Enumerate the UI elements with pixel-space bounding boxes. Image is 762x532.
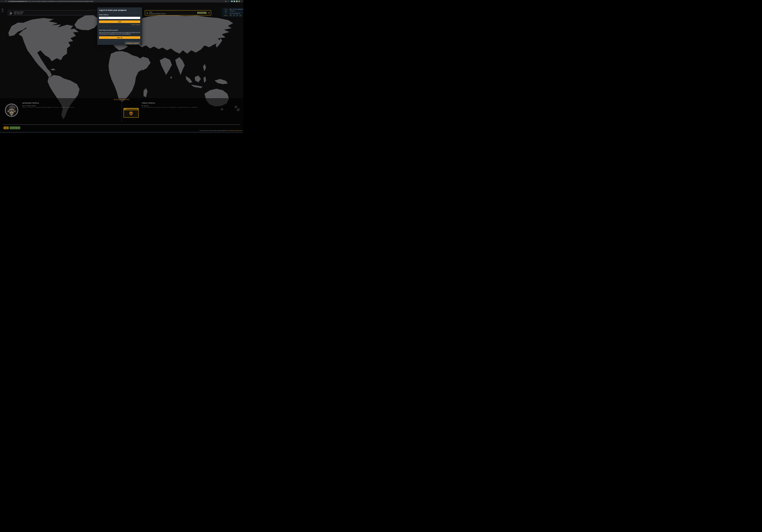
modal-title: Log in to track your progress [97, 8, 142, 13]
chevron-down-icon[interactable] [208, 12, 210, 13]
email-field[interactable] [99, 17, 140, 19]
adversary-alias: Alias: Firstname Lastname [22, 105, 86, 106]
next-button[interactable]: Next [99, 21, 140, 23]
forgot-password-link[interactable]: Forgot Password [99, 24, 140, 25]
accuracy-label: Accuracy [230, 10, 242, 12]
language-title: Java [149, 11, 166, 13]
graduation-cap-icon [230, 15, 232, 17]
level-value: 0 [225, 11, 226, 13]
points-label: Points [224, 15, 228, 16]
lightbulb-icon [233, 15, 235, 17]
attribution-text: and [234, 130, 236, 131]
remembered-badge: REMEMBERED [197, 12, 206, 14]
grammarly-extension-icon[interactable]: G [231, 0, 233, 2]
screen: ← → ↻ portal.securecodewarrior.com /?utm… [0, 0, 243, 133]
points-value: 0 [226, 14, 226, 15]
portal-page: + − Injection Flaws SQL injection [0, 3, 243, 133]
briefing-divider-dashed [121, 103, 122, 122]
natural-earth-link[interactable]: Natural Earth [236, 130, 242, 131]
footer-divider [3, 124, 240, 125]
syringe-icon [9, 11, 13, 15]
adversary-avatar [5, 103, 19, 117]
java-icon [146, 12, 148, 14]
enter-game-mode-button[interactable]: Enter game mode [10, 126, 20, 129]
player-stats-panel: Level 0 0 Points Most Critical Weaknesse… [222, 8, 243, 17]
maturity-label: Security Maturity [230, 13, 242, 14]
browser-menu-icon[interactable]: ⋮ [241, 1, 242, 2]
signup-text: Sign up for a free 14-day trial to track… [99, 32, 140, 35]
share-icon[interactable] [225, 1, 226, 2]
topic-subtitle: SQL injection [14, 13, 24, 15]
threat-name: SQL injection [142, 105, 206, 106]
continue-as-guest-button[interactable]: Continue as guest [125, 41, 140, 45]
url-bar[interactable]: portal.securecodewarrior.com /?utm_sourc… [8, 0, 230, 2]
footer-band-bottom [0, 133, 243, 133]
map-attribution: This map is based on public domain map d… [199, 130, 242, 131]
signup-button[interactable]: Sign up [99, 36, 140, 39]
browser-profile-avatar[interactable]: C [238, 0, 240, 2]
threat-heading: THREAT PROFILE [142, 102, 196, 104]
weaknesses-title: Most Critical Weaknesses [230, 9, 242, 10]
url-path: /?utm_source=partner-integration:mend&pa… [28, 1, 224, 2]
jvectormap-link[interactable]: jVectorMap [228, 130, 234, 131]
threat-description: The IDS has detected a security threat. … [142, 107, 206, 108]
lock-icon [9, 1, 10, 2]
topic-title: Injection Flaws [14, 11, 24, 13]
footer-band [0, 132, 243, 133]
threat-profile: THREAT PROFILE SQL injection The IDS has… [142, 102, 206, 108]
skull-icon [128, 111, 134, 116]
signup-heading: Don't have an SCW account? [99, 30, 140, 31]
tools-icon [236, 15, 238, 17]
back-icon[interactable]: ← [1, 0, 2, 3]
map-zoom-in-button[interactable]: + [2, 9, 3, 10]
level-ring: 0 [224, 10, 227, 13]
bookmark-star-icon[interactable]: ☆ [228, 0, 229, 2]
side-panel-icon[interactable] [236, 1, 237, 2]
login-modal: Log in to track your progress Email Addr… [97, 7, 142, 45]
url-host: portal.securecodewarrior.com [10, 1, 28, 2]
attribution-text: This map is based on public domain map d… [199, 130, 228, 131]
reload-icon[interactable]: ↻ [6, 0, 7, 3]
level-ring-tick [226, 10, 226, 11]
mission-briefing-title: MISSION BRIEFING [0, 99, 243, 101]
trophy-icon [239, 15, 241, 17]
adversary-profile: ADVERSARY PROFILE Alias: Firstname Lastn… [22, 102, 86, 108]
browser-chrome: ← → ↻ portal.securecodewarrior.com /?utm… [0, 0, 243, 3]
forward-icon[interactable]: → [3, 0, 5, 3]
language-selector-bar[interactable]: Java Enterprise Edition (Basic) REMEMBER… [145, 10, 211, 15]
accuracy-progress-bar [230, 12, 242, 13]
login-button[interactable]: Login [4, 126, 9, 129]
language-subtitle: Enterprise Edition (Basic) [149, 13, 166, 15]
extensions-puzzle-icon[interactable] [233, 0, 235, 2]
email-label: Email Address [99, 14, 140, 16]
level-label: Level [224, 9, 227, 10]
adversary-description: Subject is well-known for targeting worl… [22, 107, 86, 108]
map-zoom-out-button[interactable]: − [2, 11, 3, 12]
malware-window-icon [123, 108, 139, 118]
adversary-heading: ADVERSARY PROFILE [22, 102, 77, 104]
